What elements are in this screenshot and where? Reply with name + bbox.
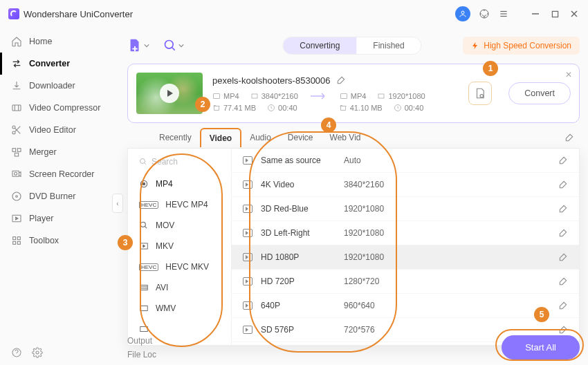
dst-resolution: 1920*1080 (388, 92, 425, 100)
svg-rect-41 (140, 286, 148, 290)
preset-icon (243, 301, 252, 310)
format-hevcmp4[interactable]: HEVCHEVC MP4 (128, 194, 231, 215)
sidebar-item-merger[interactable]: Merger (0, 141, 116, 163)
output-label: Output (127, 336, 156, 346)
preset-list: Same as sourceAuto 4K Video3840*2160 3D … (232, 149, 579, 345)
format-mkv[interactable]: MKV (128, 236, 231, 256)
add-url-button[interactable] (163, 39, 184, 53)
subtab-device[interactable]: Device (279, 127, 322, 148)
format-wmv[interactable]: WMV (128, 298, 231, 319)
format-mov[interactable]: MOV (128, 215, 231, 236)
svg-rect-12 (12, 149, 16, 152)
svg-rect-15 (12, 171, 19, 176)
maximize-button[interactable] (549, 8, 560, 19)
close-button[interactable] (569, 8, 580, 19)
sidebar-item-label: Toolbox (29, 236, 59, 245)
preset-row[interactable]: 3D Red-Blue1920*1080 (232, 197, 579, 221)
svg-point-16 (15, 172, 17, 175)
subtab-edit-icon[interactable] (564, 133, 580, 142)
subtab-recently[interactable]: Recently (151, 127, 200, 148)
sidebar-item-dvd[interactable]: DVD Burner (0, 185, 116, 207)
start-all-button[interactable]: Start All (502, 335, 580, 359)
convert-button[interactable]: Convert (508, 82, 571, 104)
src-resolution: 3840*2160 (261, 92, 298, 100)
high-speed-badge[interactable]: High Speed Conversion (463, 37, 580, 55)
svg-point-18 (16, 196, 18, 198)
preset-row[interactable]: 3D Left-Right1920*1080 (232, 221, 579, 245)
video-thumbnail[interactable] (136, 73, 203, 114)
svg-point-36 (140, 159, 145, 164)
callout-2: 2 (195, 97, 210, 112)
fileloc-label: File Loc (127, 350, 156, 359)
svg-rect-32 (378, 94, 384, 98)
bottom-bar: Output File Loc Start All (127, 335, 580, 359)
app-title: Wondershare UniConverter (8, 8, 133, 19)
sidebar-item-label: Video Compressor (29, 103, 100, 113)
titlebar: Wondershare UniConverter (0, 0, 588, 28)
play-icon (160, 84, 179, 103)
edit-name-icon[interactable] (336, 75, 346, 85)
sidebar-item-compressor[interactable]: Video Compressor (0, 97, 116, 119)
dst-container: MP4 (351, 92, 367, 100)
minimize-button[interactable] (530, 8, 541, 19)
output-settings-button[interactable] (468, 82, 492, 105)
sidebar-item-converter[interactable]: Converter (0, 53, 116, 75)
format-mp4[interactable]: MP4 (128, 174, 231, 194)
preset-edit-icon[interactable] (558, 277, 568, 286)
menu-icon[interactable] (498, 8, 509, 19)
preset-row[interactable]: HD 1080P1920*1080 (232, 245, 579, 270)
svg-rect-13 (17, 149, 21, 152)
svg-point-28 (165, 41, 174, 49)
src-duration: 00:40 (278, 104, 297, 112)
svg-point-0 (461, 11, 464, 14)
format-panel: Search MP4 HEVCHEVC MP4 MOV MKV HEVCHEVC… (127, 149, 580, 346)
settings-bottom-icon[interactable] (32, 347, 43, 358)
sidebar-item-editor[interactable]: Video Editor (0, 119, 116, 141)
sidebar-item-player[interactable]: Player (0, 207, 116, 230)
preset-edit-icon[interactable] (558, 301, 568, 310)
compress-icon (11, 102, 22, 113)
sidebar-item-recorder[interactable]: Screen Recorder (0, 163, 116, 185)
subtab-audio[interactable]: Audio (241, 127, 279, 148)
sidebar-item-toolbox[interactable]: Toolbox (0, 230, 116, 252)
svg-point-17 (12, 192, 21, 200)
sidebar-item-label: Player (29, 214, 53, 223)
svg-rect-21 (17, 237, 20, 240)
preset-edit-icon[interactable] (558, 325, 568, 335)
preset-edit-icon[interactable] (558, 252, 568, 262)
search-placeholder: Search (151, 157, 178, 167)
account-avatar-icon[interactable] (455, 6, 470, 21)
format-subtabs: Recently Video Audio Device Web Vid (127, 127, 580, 149)
svg-rect-23 (17, 241, 20, 244)
card-close-button[interactable]: ✕ (565, 70, 572, 79)
file-card: ✕ pexels-koolshooters-8530006 MP4 3840*2… (127, 64, 580, 123)
preset-edit-icon[interactable] (558, 180, 568, 189)
dst-duration: 00:40 (405, 104, 424, 112)
help-icon[interactable] (11, 347, 22, 358)
tab-converting[interactable]: Converting (283, 37, 356, 54)
tab-finished[interactable]: Finished (356, 37, 421, 54)
format-list: Search MP4 HEVCHEVC MP4 MOV MKV HEVCHEVC… (128, 149, 232, 345)
sidebar-item-downloader[interactable]: Downloader (0, 75, 116, 97)
preset-row[interactable]: HD 720P1280*720 (232, 270, 579, 294)
download-icon (11, 80, 22, 91)
preset-edit-icon[interactable] (558, 228, 568, 238)
src-container: MP4 (223, 92, 239, 100)
preset-edit-icon[interactable] (558, 156, 568, 165)
sidebar-item-label: Screen Recorder (29, 169, 95, 179)
format-avi[interactable]: AVI (128, 277, 231, 298)
support-icon[interactable] (479, 8, 490, 19)
svg-point-11 (12, 131, 15, 134)
sidebar: Home Converter Downloader Video Compress… (0, 28, 116, 365)
preset-row[interactable]: 4K Video3840*2160 (232, 173, 579, 197)
callout-4: 4 (321, 118, 336, 133)
format-search[interactable]: Search (135, 154, 224, 169)
sidebar-item-home[interactable]: Home (0, 30, 116, 53)
format-hevcmkv[interactable]: HEVCHEVC MKV (128, 256, 231, 277)
subtab-video[interactable]: Video (200, 128, 241, 147)
sidebar-item-label: Video Editor (29, 125, 76, 135)
preset-row[interactable]: Same as sourceAuto (232, 149, 579, 173)
preset-edit-icon[interactable] (558, 204, 568, 214)
add-file-button[interactable] (127, 38, 149, 53)
preset-row[interactable]: 640P960*640 (232, 294, 579, 318)
